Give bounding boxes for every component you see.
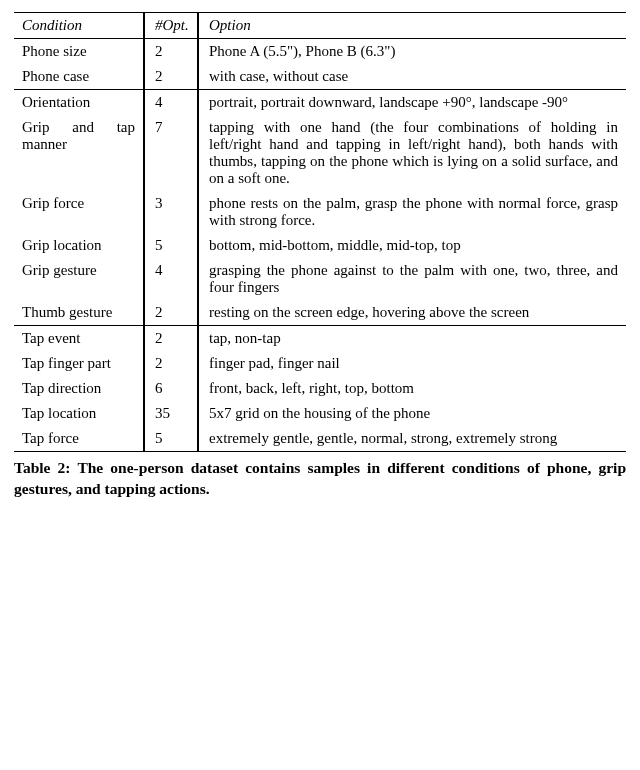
cell-option: with case, without case — [198, 64, 626, 90]
cell-condition: Grip location — [14, 233, 144, 258]
cell-opt-count: 3 — [144, 191, 198, 233]
cell-opt-count: 4 — [144, 90, 198, 116]
cell-option: tap, non-tap — [198, 326, 626, 352]
cell-option: grasping the phone against to the palm w… — [198, 258, 626, 300]
cell-opt-count: 5 — [144, 233, 198, 258]
table-row: Grip location 5 bottom, mid-bottom, midd… — [14, 233, 626, 258]
cell-option: phone rests on the palm, grasp the phone… — [198, 191, 626, 233]
cell-condition: Phone case — [14, 64, 144, 90]
table-row: Tap location 35 5x7 grid on the housing … — [14, 401, 626, 426]
cell-option: bottom, mid-bottom, middle, mid-top, top — [198, 233, 626, 258]
cell-condition: Tap event — [14, 326, 144, 352]
cell-opt-count: 4 — [144, 258, 198, 300]
cell-option: 5x7 grid on the housing of the phone — [198, 401, 626, 426]
cell-option: extremely gentle, gentle, normal, strong… — [198, 426, 626, 452]
cell-condition: Grip gesture — [14, 258, 144, 300]
header-opt-count: #Opt. — [144, 13, 198, 39]
cell-opt-count: 2 — [144, 39, 198, 65]
cell-opt-count: 6 — [144, 376, 198, 401]
cell-option: portrait, portrait downward, landscape +… — [198, 90, 626, 116]
conditions-table: Condition #Opt. Option Phone size 2 Phon… — [14, 12, 626, 452]
cell-condition: Orientation — [14, 90, 144, 116]
cell-opt-count: 2 — [144, 64, 198, 90]
cell-opt-count: 2 — [144, 326, 198, 352]
cell-opt-count: 2 — [144, 351, 198, 376]
cell-opt-count: 35 — [144, 401, 198, 426]
cell-condition: Tap direction — [14, 376, 144, 401]
cell-condition: Grip force — [14, 191, 144, 233]
table-row: Tap finger part 2 finger pad, finger nai… — [14, 351, 626, 376]
header-condition: Condition — [14, 13, 144, 39]
table-row: Tap event 2 tap, non-tap — [14, 326, 626, 352]
cell-condition: Grip and tap manner — [14, 115, 144, 191]
cell-condition: Tap finger part — [14, 351, 144, 376]
table-row: Grip and tap manner 7 tapping with one h… — [14, 115, 626, 191]
cell-option: tapping with one hand (the four combinat… — [198, 115, 626, 191]
table-row: Tap direction 6 front, back, left, right… — [14, 376, 626, 401]
conditions-table-container: Condition #Opt. Option Phone size 2 Phon… — [0, 0, 640, 500]
table-header-row: Condition #Opt. Option — [14, 13, 626, 39]
table-row: Phone size 2 Phone A (5.5"), Phone B (6.… — [14, 39, 626, 65]
cell-condition: Thumb gesture — [14, 300, 144, 326]
cell-option: front, back, left, right, top, bottom — [198, 376, 626, 401]
cell-condition: Tap location — [14, 401, 144, 426]
cell-option: resting on the screen edge, hovering abo… — [198, 300, 626, 326]
cell-opt-count: 2 — [144, 300, 198, 326]
cell-option: Phone A (5.5"), Phone B (6.3") — [198, 39, 626, 65]
table-row: Grip force 3 phone rests on the palm, gr… — [14, 191, 626, 233]
table-row: Thumb gesture 2 resting on the screen ed… — [14, 300, 626, 326]
cell-condition: Phone size — [14, 39, 144, 65]
table-row: Grip gesture 4 grasping the phone agains… — [14, 258, 626, 300]
cell-opt-count: 7 — [144, 115, 198, 191]
table-row: Phone case 2 with case, without case — [14, 64, 626, 90]
table-caption: Table 2: The one-person dataset contains… — [14, 452, 626, 500]
table-row: Tap force 5 extremely gentle, gentle, no… — [14, 426, 626, 452]
header-option: Option — [198, 13, 626, 39]
cell-option: finger pad, finger nail — [198, 351, 626, 376]
cell-condition: Tap force — [14, 426, 144, 452]
table-row: Orientation 4 portrait, portrait downwar… — [14, 90, 626, 116]
cell-opt-count: 5 — [144, 426, 198, 452]
